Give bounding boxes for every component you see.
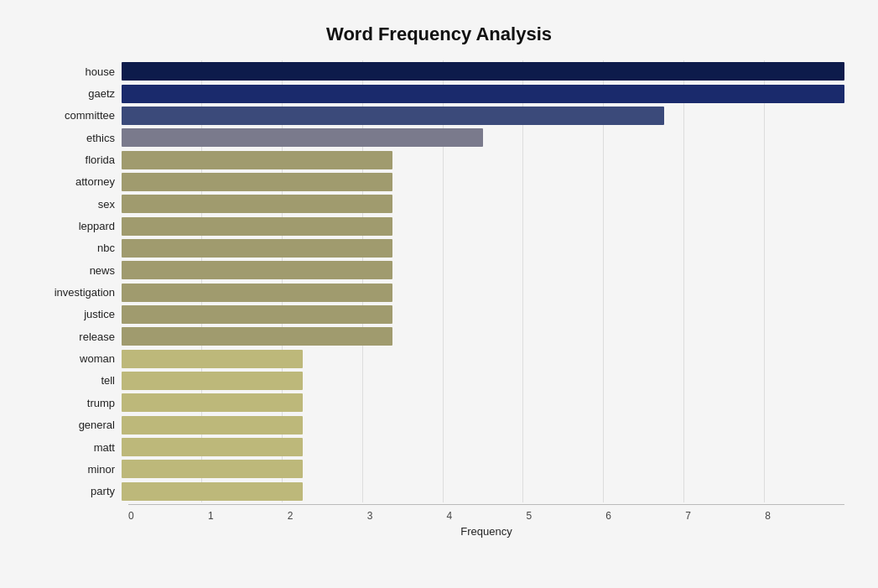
bar-row — [122, 325, 844, 347]
x-tick: 3 — [367, 510, 447, 522]
chart-container: Word Frequency Analysis housegaetzcommit… — [0, 0, 878, 588]
bar — [122, 460, 303, 478]
bar — [122, 128, 483, 147]
bar — [122, 393, 303, 412]
x-tick: 6 — [605, 510, 685, 522]
bar-row — [122, 60, 844, 82]
y-label: release — [79, 331, 115, 342]
x-tick: 2 — [288, 510, 367, 522]
bar-row — [122, 370, 844, 392]
bar — [122, 416, 303, 434]
x-tick: 8 — [765, 510, 844, 522]
bar-row — [122, 127, 844, 148]
bar-row — [122, 281, 844, 303]
y-label: ethics — [86, 133, 115, 143]
y-label: party — [91, 486, 115, 497]
y-label: sex — [98, 199, 115, 210]
bar-row — [122, 215, 844, 237]
bar — [122, 151, 392, 169]
y-label: woman — [80, 353, 115, 364]
bar — [122, 327, 392, 346]
x-tick: 5 — [526, 510, 605, 522]
bar-row — [122, 304, 844, 325]
bar — [122, 239, 392, 258]
bars-rows — [122, 60, 844, 502]
y-label: attorney — [75, 176, 115, 187]
bar-row — [122, 171, 844, 193]
bar — [122, 62, 844, 81]
y-label: tell — [101, 375, 115, 386]
y-labels: housegaetzcommitteeethicsfloridaattorney… — [34, 60, 122, 502]
x-tick: 0 — [128, 510, 208, 522]
x-axis-label: Frequency — [128, 525, 844, 538]
x-tick: 1 — [208, 510, 288, 522]
bar — [122, 372, 303, 390]
x-axis-ticks: 012345678 — [128, 510, 844, 522]
bar-row — [122, 237, 844, 259]
bar-row — [122, 414, 844, 436]
bar-row — [122, 392, 844, 414]
y-label: matt — [94, 442, 115, 453]
y-label: trump — [87, 398, 115, 408]
bars-and-grid — [122, 60, 844, 502]
bar-row — [122, 105, 844, 127]
y-label: house — [86, 66, 115, 77]
y-label: committee — [65, 110, 115, 121]
y-label: news — [90, 265, 115, 276]
bar — [122, 261, 392, 279]
bar-row — [122, 148, 844, 170]
x-tick: 7 — [685, 510, 765, 522]
chart-body: housegaetzcommitteeethicsfloridaattorney… — [34, 60, 844, 538]
bar — [122, 305, 392, 324]
chart-title: Word Frequency Analysis — [34, 23, 844, 45]
y-label: florida — [86, 154, 115, 165]
bar-row — [122, 259, 844, 281]
bar — [122, 482, 303, 501]
x-tick: 4 — [447, 510, 527, 522]
y-label: leppard — [79, 221, 115, 232]
bar-row — [122, 481, 844, 502]
y-label: justice — [84, 309, 115, 320]
bar — [122, 107, 664, 125]
y-label: investigation — [55, 287, 115, 298]
y-label: nbc — [97, 242, 115, 253]
bar-row — [122, 193, 844, 215]
bar-row — [122, 82, 844, 104]
y-label: general — [79, 419, 115, 430]
bar — [122, 217, 392, 236]
bar — [122, 350, 303, 368]
bar — [122, 284, 392, 302]
bars-area: housegaetzcommitteeethicsfloridaattorney… — [34, 60, 844, 502]
bar — [122, 438, 303, 456]
bar-row — [122, 458, 844, 480]
bar — [122, 173, 392, 191]
y-label: minor — [87, 464, 115, 475]
bar — [122, 195, 392, 213]
bar-row — [122, 347, 844, 369]
bar-row — [122, 436, 844, 458]
y-label: gaetz — [88, 88, 115, 99]
x-axis-border — [128, 504, 844, 505]
bar — [122, 85, 844, 103]
